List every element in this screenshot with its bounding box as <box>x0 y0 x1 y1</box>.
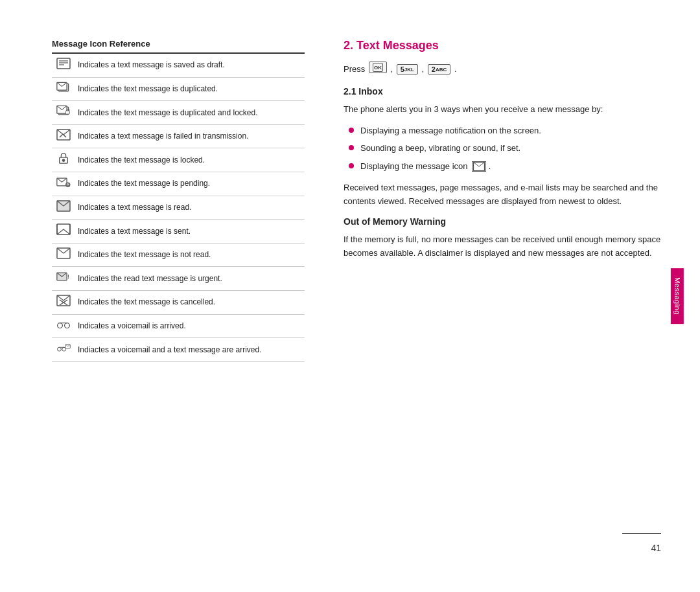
sidebar-tab: Messaging <box>671 268 684 324</box>
table-row: Indicates the text message is not read. <box>52 243 305 267</box>
voicemail-icon <box>56 319 71 330</box>
icon-cell <box>52 172 75 196</box>
table-row: Indicates the text message is locked. <box>52 148 305 172</box>
cancelled-icon <box>56 295 71 306</box>
table-row: Indicates the text message is duplicated… <box>52 101 305 125</box>
bullet-text: Displaying the message icon . <box>360 160 491 173</box>
icon-cell <box>52 77 75 101</box>
voicemail-text-icon <box>56 342 71 354</box>
body-text: Received text messages, page messages, a… <box>344 181 661 209</box>
icon-cell <box>52 101 75 125</box>
icon-description: Indicates the text message is pending. <box>75 172 305 196</box>
icon-cell <box>52 290 75 314</box>
svg-text:!: ! <box>67 274 69 280</box>
table-row: Indicates the text message is pending. <box>52 172 305 196</box>
list-item: Displaying a message notification on the… <box>349 124 661 137</box>
table-row: ! Indicates the read text message is urg… <box>52 267 305 291</box>
table-row: Indicates a voicemail is arrived. <box>52 314 305 338</box>
right-column: 2. Text Messages Press OK , 5JKL , 2ABC … <box>324 39 700 553</box>
out-of-memory-title: Out of Memory Warning <box>344 216 661 227</box>
section-title: 2. Text Messages <box>344 39 661 52</box>
table-row: Indicates a text message is saved as dra… <box>52 54 305 77</box>
table-row: Indicates a text message is read. <box>52 196 305 220</box>
pending-icon <box>56 176 71 188</box>
table-row: Indicates the text message is duplicated… <box>52 77 305 101</box>
page-number: 41 <box>651 543 661 553</box>
sent-icon <box>56 223 71 235</box>
bullet-list: Displaying a message notification on the… <box>349 124 661 173</box>
table-row: Indicates a text message is failed in tr… <box>52 124 305 148</box>
svg-point-29 <box>65 323 70 328</box>
icon-description: Indiactes a voicemail and a text message… <box>75 338 305 362</box>
svg-point-13 <box>62 159 65 162</box>
svg-rect-8 <box>65 111 69 114</box>
icon-description: Indicates the read text message is urgen… <box>75 267 305 291</box>
icon-reference-table: Indicates a text message is saved as dra… <box>52 54 305 362</box>
duplicate-icon <box>56 82 71 93</box>
icon-cell <box>52 124 75 148</box>
svg-rect-0 <box>57 58 70 69</box>
left-column: Message Icon Reference Indicates a text … <box>0 39 324 553</box>
bullet-text: Sounding a beep, vibrating or sound, if … <box>360 142 520 155</box>
table-row: Indicates a text message is sent. <box>52 220 305 244</box>
2abc-key: 2ABC <box>428 64 450 74</box>
icon-cell <box>52 243 75 267</box>
press-line: Press OK , 5JKL , 2ABC . <box>344 62 661 74</box>
inbox-title: 2.1 Inbox <box>344 86 661 97</box>
press-label: Press <box>344 64 365 74</box>
svg-text:OK: OK <box>374 65 382 71</box>
icon-description: Indicates a text message is saved as dra… <box>75 54 305 77</box>
icon-cell <box>52 196 75 220</box>
failed-icon <box>56 129 71 141</box>
intro-text: The phone alerts you in 3 ways when you … <box>344 103 661 117</box>
duplicate-locked-icon <box>56 105 71 117</box>
icon-description: Indicates a text message is failed in tr… <box>75 124 305 148</box>
icon-cell <box>52 220 75 244</box>
locked-icon <box>56 152 71 164</box>
icon-description: Indicates a voicemail is arrived. <box>75 314 305 338</box>
draft-icon <box>56 58 71 69</box>
icon-ref-title: Message Icon Reference <box>52 39 305 54</box>
out-of-memory-text: If the memory is full, no more messages … <box>344 233 661 260</box>
urgent-icon: ! <box>56 271 71 282</box>
ok-key: OK <box>369 62 387 73</box>
icon-description: Indicates the text message is duplicated… <box>75 77 305 101</box>
icon-cell <box>52 148 75 172</box>
page-container: Message Icon Reference Indicates a text … <box>0 0 700 592</box>
footer-line <box>622 533 661 534</box>
icon-cell <box>52 54 75 77</box>
bullet-dot <box>349 128 354 133</box>
message-icon-inline <box>472 161 486 172</box>
list-item: Displaying the message icon . <box>349 160 661 173</box>
not-read-icon <box>56 247 71 259</box>
bullet-dot <box>349 145 354 150</box>
icon-description: Indicates a text message is sent. <box>75 220 305 244</box>
svg-point-31 <box>57 347 61 351</box>
icon-cell: ! <box>52 267 75 291</box>
table-row: Indiactes a voicemail and a text message… <box>52 338 305 362</box>
icon-cell <box>52 338 75 362</box>
bullet-dot <box>349 163 354 168</box>
icon-cell <box>52 314 75 338</box>
icon-description: Indicates the text message is locked. <box>75 148 305 172</box>
list-item: Sounding a beep, vibrating or sound, if … <box>349 142 661 155</box>
read-icon <box>56 200 71 212</box>
icon-description: Indicates the text message is cancelled. <box>75 290 305 314</box>
5jkl-key: 5JKL <box>397 64 418 74</box>
svg-point-28 <box>58 323 63 328</box>
table-row: Indicates the text message is cancelled. <box>52 290 305 314</box>
icon-description: Indicates the text message is not read. <box>75 243 305 267</box>
bullet-text: Displaying a message notification on the… <box>360 124 541 137</box>
icon-description: Indicates a text message is read. <box>75 196 305 220</box>
icon-description: Indicates the text message is duplicated… <box>75 101 305 125</box>
